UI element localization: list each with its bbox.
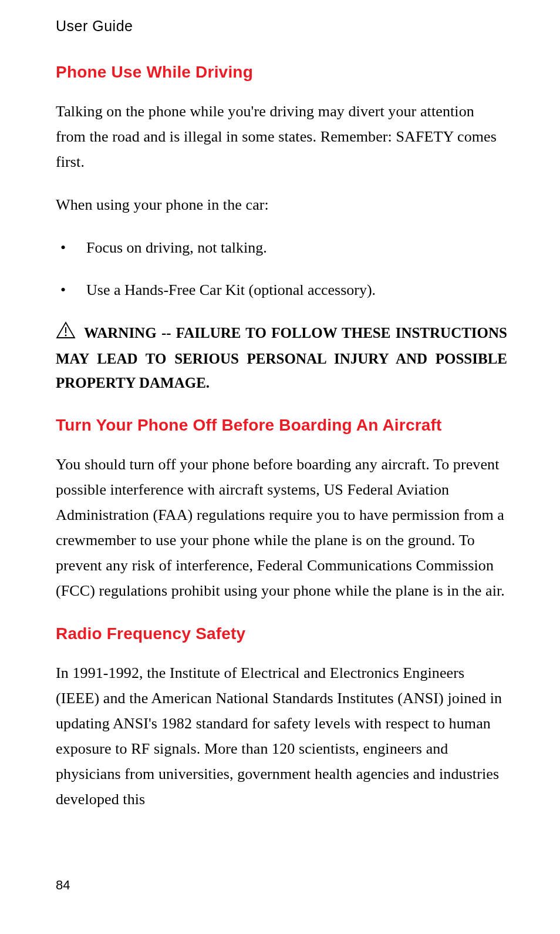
warning-block: WARNING -- FAILURE TO FOLLOW THESE INSTR… <box>56 321 507 395</box>
heading-phone-use-driving: Phone Use While Driving <box>56 63 507 82</box>
svg-point-2 <box>65 335 67 337</box>
body-paragraph: You should turn off your phone before bo… <box>56 452 507 603</box>
list-item: Use a Hands-Free Car Kit (optional acces… <box>56 278 507 303</box>
body-paragraph: When using your phone in the car: <box>56 193 507 218</box>
warning-triangle-icon <box>56 321 76 346</box>
list-item: Focus on driving, not talking. <box>56 236 507 261</box>
body-paragraph: Talking on the phone while you're drivin… <box>56 99 507 175</box>
running-header: User Guide <box>56 18 507 35</box>
page-number: 84 <box>56 878 70 893</box>
body-paragraph: In 1991-1992, the Institute of Electrica… <box>56 661 507 812</box>
heading-rf-safety: Radio Frequency Safety <box>56 624 507 643</box>
warning-text: WARNING -- FAILURE TO FOLLOW THESE INSTR… <box>56 325 507 391</box>
heading-aircraft: Turn Your Phone Off Before Boarding An A… <box>56 416 507 435</box>
